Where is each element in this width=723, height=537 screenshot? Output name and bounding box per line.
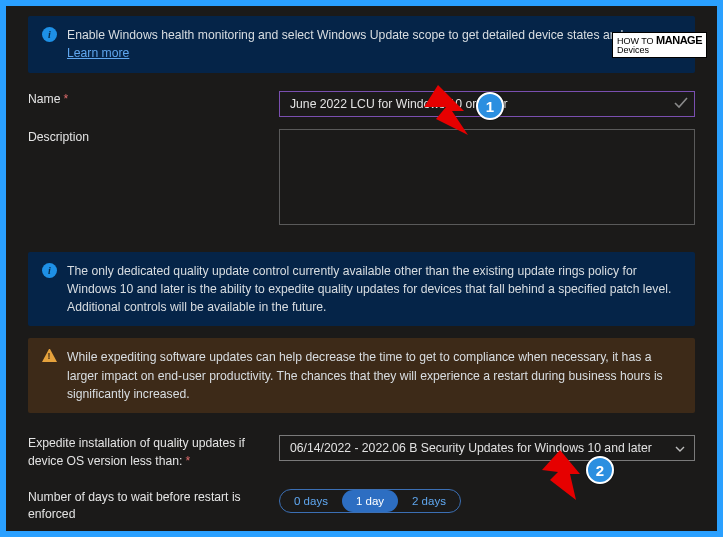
annotation-bubble-2: 2 [586,456,614,484]
info-text: Enable Windows health monitoring and sel… [67,28,662,42]
wait-option-0days[interactable]: 0 days [280,490,342,512]
row-wait-days: Number of days to wait before restart is… [28,489,695,524]
info-icon: i [42,263,57,278]
annotation-bubble-1: 1 [476,92,504,120]
wait-option-1day[interactable]: 1 day [342,490,398,512]
info-quality-update-control: i The only dedicated quality update cont… [28,252,695,327]
name-label: Name* [28,91,263,109]
settings-panel: HOW TO MANAGE Devices i Enable Windows h… [6,6,717,531]
warning-text: While expediting software updates can he… [67,348,681,403]
wait-days-segmented: 0 days 1 day 2 days [279,489,461,513]
watermark-badge: HOW TO MANAGE Devices [612,32,707,58]
warning-expedite-impact: While expediting software updates can he… [28,338,695,413]
row-name: Name* [28,91,695,117]
description-textarea[interactable] [279,129,695,225]
description-label: Description [28,129,263,147]
row-description: Description [28,129,695,228]
info-health-monitoring: i Enable Windows health monitoring and s… [28,16,695,73]
wait-option-2days[interactable]: 2 days [398,490,460,512]
expedite-version-select[interactable]: 06/14/2022 - 2022.06 B Security Updates … [279,435,695,461]
learn-more-link[interactable]: Learn more [67,46,129,60]
info-text: The only dedicated quality update contro… [67,262,681,317]
expedite-selected-value: 06/14/2022 - 2022.06 B Security Updates … [290,441,652,455]
expedite-label: Expedite installation of quality updates… [28,435,263,470]
info-icon: i [42,27,57,42]
chevron-down-icon [674,443,686,455]
wait-days-label: Number of days to wait before restart is… [28,489,263,524]
required-asterisk: * [64,92,69,106]
warning-icon [42,349,57,362]
